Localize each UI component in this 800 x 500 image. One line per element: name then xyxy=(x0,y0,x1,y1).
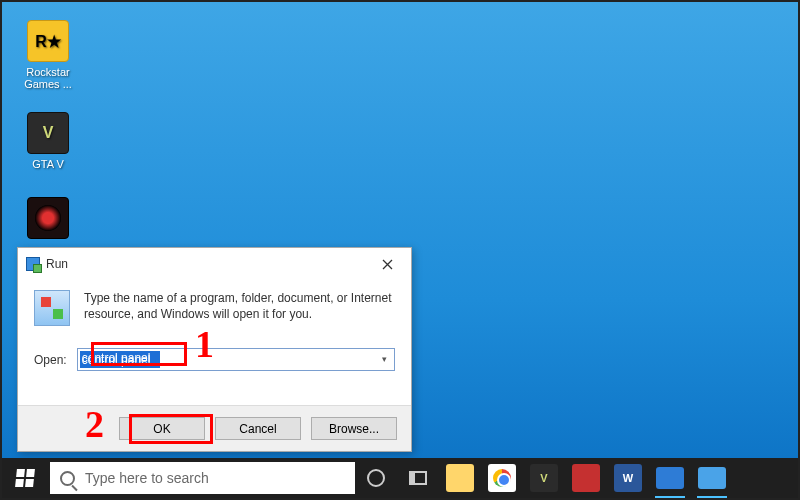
desktop-icon-app[interactable] xyxy=(12,197,84,243)
run-taskbar-icon xyxy=(698,467,726,489)
taskbar-app-word[interactable]: W xyxy=(607,458,649,498)
garena-icon xyxy=(572,464,600,492)
run-dialog: Run Type the name of a program, folder, … xyxy=(17,247,412,452)
run-program-icon xyxy=(34,290,70,326)
open-combobox[interactable]: control panel ▾ xyxy=(77,348,395,371)
ok-button[interactable]: OK xyxy=(119,417,205,440)
desktop-icon-label: GTA V xyxy=(12,158,84,170)
run-title-text: Run xyxy=(46,257,68,271)
chrome-icon xyxy=(488,464,516,492)
rockstar-icon: R★ xyxy=(27,20,69,62)
cortana-icon xyxy=(367,469,385,487)
desktop-icon-rockstar[interactable]: R★ Rockstar Games ... xyxy=(12,20,84,90)
search-icon xyxy=(60,471,75,486)
start-button[interactable] xyxy=(2,458,48,498)
run-footer: OK Cancel Browse... xyxy=(18,405,411,451)
close-icon xyxy=(382,259,393,270)
open-input[interactable] xyxy=(77,348,395,371)
taskbar-app-explorer[interactable] xyxy=(439,458,481,498)
app-icon xyxy=(27,197,69,239)
open-label: Open: xyxy=(34,353,67,367)
desktop-icon-gtav[interactable]: V GTA V xyxy=(12,112,84,170)
browse-button[interactable]: Browse... xyxy=(311,417,397,440)
gtav-icon: V xyxy=(27,112,69,154)
file-explorer-icon xyxy=(446,464,474,492)
run-titlebar[interactable]: Run xyxy=(18,248,411,280)
task-view-button[interactable] xyxy=(397,458,439,498)
screenshot-app-icon xyxy=(656,467,684,489)
taskbar-app-run[interactable] xyxy=(691,458,733,498)
run-description: Type the name of a program, folder, docu… xyxy=(84,290,395,322)
desktop-screen: R★ Rockstar Games ... V GTA V Run Type t… xyxy=(0,0,800,500)
cortana-button[interactable] xyxy=(355,458,397,498)
task-view-icon xyxy=(409,471,427,485)
taskbar-app-gtav[interactable]: V xyxy=(523,458,565,498)
taskbar-search[interactable]: Type here to search xyxy=(50,462,355,494)
taskbar-app-chrome[interactable] xyxy=(481,458,523,498)
word-icon: W xyxy=(614,464,642,492)
gtav-taskbar-icon: V xyxy=(530,464,558,492)
taskbar-app-garena[interactable] xyxy=(565,458,607,498)
taskbar-app-screenshot[interactable] xyxy=(649,458,691,498)
run-window-icon xyxy=(26,257,40,271)
taskbar: Type here to search V W xyxy=(2,458,798,498)
desktop-icon-label: Rockstar Games ... xyxy=(12,66,84,90)
windows-logo-icon xyxy=(15,469,35,487)
cancel-button[interactable]: Cancel xyxy=(215,417,301,440)
search-placeholder-text: Type here to search xyxy=(85,470,209,486)
run-body: Type the name of a program, folder, docu… xyxy=(18,280,411,371)
close-button[interactable] xyxy=(371,254,403,274)
